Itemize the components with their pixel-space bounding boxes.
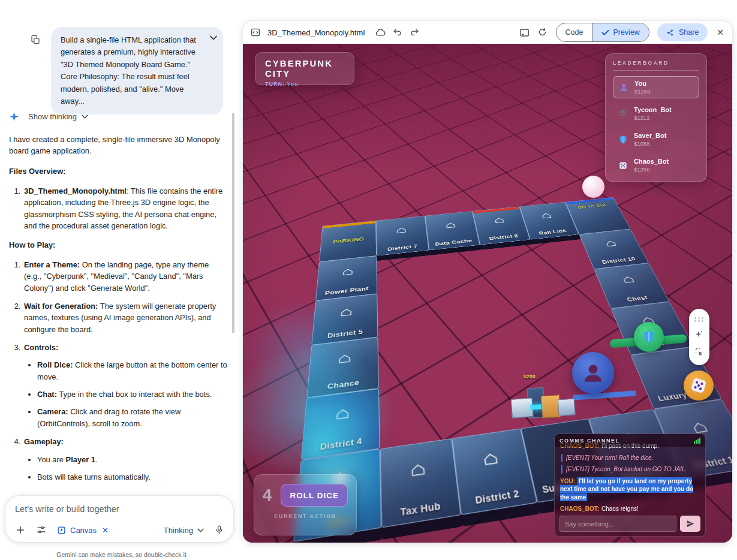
tools-sliders-icon[interactable] bbox=[36, 525, 47, 535]
code-preview-toggle: Code Preview bbox=[556, 23, 649, 42]
leaderboard-panel: LEADERBOARD You$1260Tycoon_Bot$1212Saver… bbox=[605, 53, 707, 182]
gemini-sparkle-icon bbox=[9, 112, 19, 122]
message-composer: Canvas ✕ Thinking bbox=[5, 495, 234, 543]
canvas-window: 3D_Themed_Monopoly.html Code P bbox=[243, 21, 732, 543]
step-gameplay: Gameplay: You are Player 1. Bots will ta… bbox=[23, 436, 228, 487]
chat-message-list[interactable]: CHAOS_BOT:I'll pass on this dump.[EVENT]… bbox=[555, 442, 705, 512]
gameplay-bots: Bots will take turns automatically. bbox=[37, 471, 228, 483]
signal-bars-icon bbox=[694, 438, 700, 444]
share-button[interactable]: Share bbox=[657, 23, 708, 41]
step-enter-theme: Enter a Theme: On the landing page, type… bbox=[23, 259, 228, 294]
board-tile-tax-hub: Tax Hub bbox=[380, 438, 461, 528]
model-mode-selector[interactable]: Thinking bbox=[164, 526, 204, 535]
step-wait-generation: Wait for Generation: The system will gen… bbox=[23, 300, 228, 335]
turn-label: TURN: bbox=[265, 81, 285, 87]
leaderboard-row-chaos_bot: Chaos_Bot$1290 bbox=[613, 155, 699, 176]
copy-icon[interactable] bbox=[30, 34, 41, 45]
chevron-down-icon bbox=[197, 528, 204, 532]
share-icon bbox=[666, 29, 674, 37]
canvas-floating-toolbar bbox=[689, 309, 709, 365]
remove-canvas-icon[interactable]: ✕ bbox=[102, 526, 109, 535]
tab-code[interactable]: Code bbox=[556, 23, 592, 41]
leaderboard-row-tycoon_bot: Tycoon_Bot$1212 bbox=[613, 103, 699, 124]
chat-message: CHAOS_BOT:Chaos reigns! bbox=[560, 505, 700, 512]
code-file-icon bbox=[250, 27, 261, 38]
gemini-chat-panel: Build a single-file HTML application tha… bbox=[0, 0, 243, 560]
files-list: 3D_Themed_Monopoly.html: This file conta… bbox=[9, 185, 228, 231]
how-to-play-list: Enter a Theme: On the landing page, type… bbox=[9, 259, 228, 487]
shield-icon bbox=[618, 134, 628, 145]
redo-icon[interactable] bbox=[410, 27, 420, 38]
roll-dice-button[interactable]: ROLL DICE bbox=[281, 484, 348, 507]
canvas-icon bbox=[57, 526, 66, 535]
board-tile-chance: Chance bbox=[306, 337, 379, 398]
expand-prompt-chevron-icon[interactable] bbox=[210, 35, 217, 40]
cloud-saved-icon bbox=[375, 27, 386, 38]
leaderboard-heading: LEADERBOARD bbox=[613, 60, 699, 71]
show-thinking-toggle[interactable]: Show thinking bbox=[9, 112, 88, 122]
canvas-filename: 3D_Themed_Monopoly.html bbox=[267, 28, 365, 37]
saver-bot-token bbox=[634, 322, 664, 352]
board-tile-data-cache: Data Cache bbox=[425, 211, 480, 250]
player-you-token bbox=[572, 352, 614, 394]
shield-icon bbox=[640, 329, 657, 345]
board-tile-district-4: District 4 bbox=[301, 388, 380, 460]
gameplay-player1: You are Player 1. bbox=[37, 454, 228, 465]
chaos-bot-dice-token bbox=[684, 371, 714, 401]
composer-input[interactable] bbox=[14, 504, 216, 514]
current-action-panel: 4 ROLL DICE CURRENT ACTION bbox=[254, 474, 357, 535]
game-viewport[interactable]: PARKINGDistrict 7Data CacheDistrict 8Rai… bbox=[243, 44, 732, 543]
send-icon bbox=[686, 519, 695, 528]
dice-value: 4 bbox=[263, 486, 272, 505]
console-icon[interactable] bbox=[519, 27, 530, 38]
board-tile-district-5: District 5 bbox=[311, 294, 378, 345]
user-prompt-bubble: Build a single-file HTML application tha… bbox=[51, 27, 223, 115]
tophat-icon bbox=[618, 109, 628, 119]
gemini-disclaimer: Gemini can make mistakes, so double-chec… bbox=[0, 551, 243, 558]
assistant-response: I have created a complete, single-file i… bbox=[9, 134, 228, 487]
comms-heading: COMMS CHANNEL bbox=[559, 438, 620, 444]
select-element-icon[interactable] bbox=[694, 347, 704, 357]
game-title: CYBERPUNK CITY bbox=[265, 58, 344, 79]
control-camera: Camera: Click and drag to rotate the vie… bbox=[37, 406, 228, 429]
files-overview-heading: Files Overview: bbox=[9, 165, 228, 177]
ai-edit-sparkle-icon[interactable] bbox=[694, 330, 704, 339]
control-chat: Chat: Type in the chat box to interact w… bbox=[37, 389, 228, 400]
step-controls: Controls: Roll Dice: Click the large but… bbox=[23, 342, 228, 429]
chat-input[interactable] bbox=[559, 516, 676, 532]
chat-scrollbar[interactable] bbox=[232, 113, 234, 333]
dice-icon bbox=[687, 374, 709, 396]
canvas-header: 3D_Themed_Monopoly.html Code P bbox=[243, 21, 732, 44]
chat-message: [EVENT] Tycoon_Bot landed on GO TO JAIL. bbox=[561, 465, 700, 474]
leaderboard-row-you: You$1260 bbox=[613, 76, 699, 98]
chat-message: [EVENT] Your turn! Roll the dice. bbox=[561, 454, 700, 462]
game-title-panel: CYBERPUNK CITY TURN: You bbox=[255, 52, 354, 85]
player-bust-icon bbox=[580, 360, 606, 386]
chevron-down-icon bbox=[82, 115, 88, 119]
close-canvas-icon[interactable]: ✕ bbox=[715, 26, 725, 38]
tab-preview[interactable]: Preview bbox=[592, 23, 648, 41]
response-intro: I have created a complete, single-file i… bbox=[9, 134, 228, 157]
plus-icon[interactable] bbox=[15, 525, 26, 535]
dice-icon bbox=[618, 160, 628, 171]
current-action-label: CURRENT ACTION bbox=[261, 513, 349, 519]
user-prompt-text: Build a single-file HTML application tha… bbox=[61, 34, 206, 107]
canvas-chip[interactable]: Canvas ✕ bbox=[57, 526, 109, 535]
refresh-icon[interactable] bbox=[537, 27, 548, 38]
send-message-button[interactable] bbox=[680, 516, 700, 532]
board-tile-parking: PARKING bbox=[319, 221, 377, 262]
player-icon bbox=[618, 82, 629, 93]
board-tile-power-plant: Power Plant bbox=[315, 256, 377, 300]
leaderboard-row-saver_bot: Saver_Bot$1088 bbox=[613, 129, 699, 150]
microphone-icon[interactable] bbox=[214, 525, 225, 535]
player-token-sphere bbox=[582, 176, 604, 198]
control-roll-dice: Roll Dice: Click the large button at the… bbox=[37, 359, 228, 383]
check-icon bbox=[601, 29, 609, 36]
how-to-play-heading: How to Play: bbox=[9, 239, 228, 251]
drag-handle-icon[interactable] bbox=[694, 317, 704, 322]
supply-drop-price: $200 bbox=[524, 374, 536, 380]
chat-message: YOU:I'll let you go if you land on my pr… bbox=[560, 477, 700, 502]
undo-icon[interactable] bbox=[392, 27, 403, 38]
comms-channel-panel: COMMS CHANNEL CHAOS_BOT:I'll pass on thi… bbox=[554, 433, 706, 537]
turn-value: You bbox=[287, 81, 298, 87]
